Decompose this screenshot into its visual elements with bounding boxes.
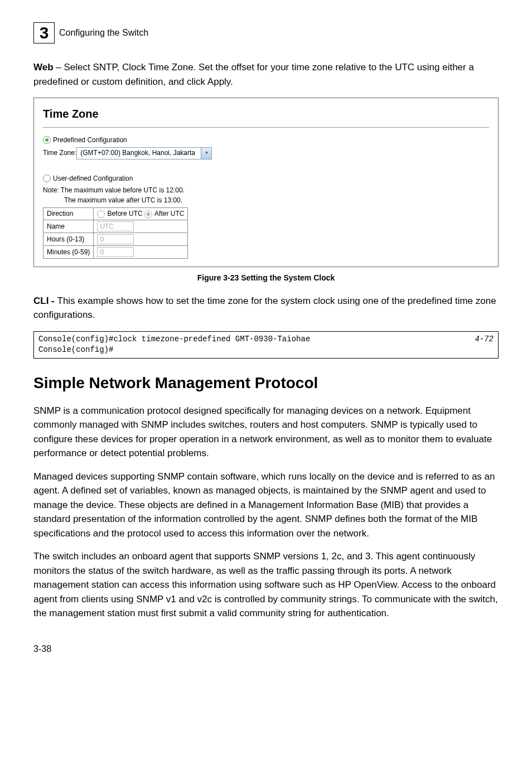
timezone-label: Time Zone: [43, 148, 76, 158]
timezone-select[interactable]: (GMT+07:00) Bangkok, Hanoi, Jakarta ▾ [76, 147, 212, 159]
name-cell: UTC [94, 220, 188, 233]
predefined-config-row: Predefined Configuration [43, 136, 489, 145]
radio-after-utc[interactable] [144, 210, 152, 218]
userdef-label: User-defined Configuration [53, 174, 133, 183]
divider [43, 127, 489, 128]
name-label: Name [43, 220, 94, 233]
chapter-number-box: 3 [33, 22, 55, 43]
table-row: Direction Before UTC After UTC [43, 208, 188, 220]
minutes-input[interactable]: 0 [97, 247, 134, 257]
hours-label: Hours (0-13) [43, 233, 94, 245]
cli-label: CLI - [33, 296, 57, 306]
name-input[interactable]: UTC [97, 221, 134, 231]
para-1: SNMP is a communication protocol designe… [33, 404, 499, 461]
predefined-label: Predefined Configuration [53, 136, 127, 145]
hours-cell: 0 [94, 233, 188, 245]
chapter-header: 3 Configuring the Switch [33, 22, 499, 43]
intro-label: Web [33, 62, 54, 72]
para-2: Managed devices supporting SNMP contain … [33, 470, 499, 541]
cli-paragraph: CLI - This example shows how to set the … [33, 294, 499, 322]
chapter-number: 3 [40, 21, 49, 45]
after-utc-label: After UTC [154, 210, 184, 217]
note-line-1: Note: The maximum value before UTC is 12… [43, 186, 489, 195]
chapter-title: Configuring the Switch [59, 27, 148, 39]
userdef-config-row: User-defined Configuration [43, 174, 489, 183]
radio-predefined[interactable] [43, 136, 51, 144]
code-block: Console(config)#clock timezone-predefine… [33, 331, 499, 359]
direction-cell: Before UTC After UTC [94, 208, 188, 220]
code-ref: 4-72 [463, 334, 494, 356]
table-row: Minutes (0-59) 0 [43, 245, 188, 258]
code-line-2: Console(config)# [38, 345, 113, 354]
page-number: 3-38 [33, 643, 499, 655]
figure-caption: Figure 3-23 Setting the System Clock [33, 273, 499, 284]
before-utc-label: Before UTC [107, 210, 144, 217]
minutes-label: Minutes (0-59) [43, 245, 94, 258]
time-zone-title: Time Zone [43, 106, 489, 122]
radio-before-utc[interactable] [97, 210, 105, 218]
timezone-value: (GMT+07:00) Bangkok, Hanoi, Jakarta [77, 148, 201, 158]
table-row: Name UTC [43, 220, 188, 233]
minutes-cell: 0 [94, 245, 188, 258]
chevron-down-icon: ▾ [201, 148, 211, 159]
code-line-1: Console(config)#clock timezone-predefine… [38, 335, 310, 344]
time-zone-screenshot: Time Zone Predefined Configuration Time … [33, 98, 499, 267]
section-heading: Simple Network Management Protocol [33, 372, 499, 394]
note-line-2: The maximum value after UTC is 13:00. [64, 196, 489, 205]
radio-userdef[interactable] [43, 175, 51, 182]
intro-text: – Select SNTP, Clock Time Zone. Set the … [33, 62, 474, 87]
table-row: Hours (0-13) 0 [43, 233, 188, 245]
code-text: Console(config)#clock timezone-predefine… [38, 334, 463, 356]
timezone-select-row: Time Zone: (GMT+07:00) Bangkok, Hanoi, J… [43, 147, 489, 159]
time-table: Direction Before UTC After UTC Name UTC … [43, 207, 188, 259]
para-3: The switch includes an onboard agent tha… [33, 549, 499, 621]
intro-paragraph: Web – Select SNTP, Clock Time Zone. Set … [33, 60, 499, 89]
direction-label: Direction [43, 208, 94, 220]
cli-text: This example shows how to set the time z… [33, 296, 496, 321]
hours-input[interactable]: 0 [97, 234, 134, 244]
